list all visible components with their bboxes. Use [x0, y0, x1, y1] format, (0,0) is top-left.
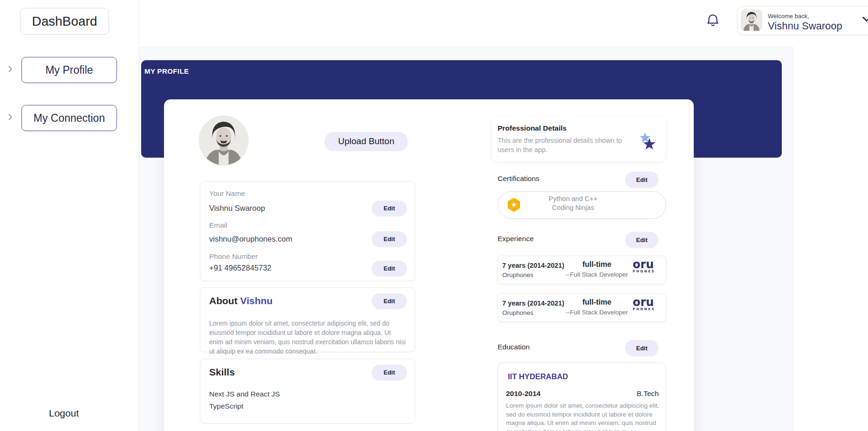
oruphones-logo-word: oru [633, 298, 655, 307]
certification-name: Python and C++ [522, 195, 624, 203]
avatar-photo [199, 116, 248, 165]
oruphones-logo-word: oru [633, 260, 655, 269]
edit-certifications-button[interactable]: Edit [625, 172, 658, 188]
education-school: IIT HYDERABAD [508, 372, 568, 381]
sidebar-title: DashBoard [20, 8, 109, 35]
about-heading: About Vishnu [209, 295, 273, 306]
edit-experience-button[interactable]: Edit [625, 232, 658, 248]
education-heading: Education [498, 343, 530, 351]
experience-company: Oruphones [502, 271, 533, 278]
edit-skills-button[interactable]: Edit [372, 365, 407, 380]
edit-education-button[interactable]: Edit [625, 340, 658, 356]
edit-name-button[interactable]: Edit [372, 201, 407, 216]
oruphones-logo-sub: PHONES [633, 307, 655, 311]
certification-text: Python and C++ Coding Ninjas [522, 195, 624, 212]
field-label-name: Your Name [209, 189, 245, 198]
profile-avatar [199, 116, 248, 165]
experience-role: --Full Stack Developer [550, 309, 643, 316]
skill-item: Next JS and React JS [209, 390, 280, 398]
skill-item: TypeScript [209, 402, 243, 410]
oruphones-logo: oru PHONES [633, 260, 655, 273]
bell-icon[interactable] [704, 12, 721, 30]
edit-email-button[interactable]: Edit [372, 231, 407, 247]
edit-phone-button[interactable]: Edit [372, 261, 407, 276]
field-label-phone: Phone Number [209, 252, 258, 261]
education-years: 2010-2014 [506, 389, 540, 398]
experience-company: Oruphones [502, 309, 533, 316]
chevron-right-icon [5, 112, 15, 122]
double-star-icon [637, 132, 658, 152]
page-title: MY PROFILE [144, 67, 189, 75]
chevron-right-icon [5, 64, 15, 74]
field-label-email: Email [209, 221, 227, 229]
header-avatar[interactable] [741, 9, 762, 31]
certification-issuer: Coding Ninjas [522, 203, 624, 212]
about-heading-name: Vishnu [240, 295, 273, 306]
experience-role: --Full Stack Developer [550, 271, 643, 278]
professional-details-description: This are the professional details shown … [498, 136, 629, 154]
certifications-heading: Certifications [498, 174, 540, 183]
field-value-phone: +91 49652845732 [209, 264, 272, 272]
chevron-down-icon[interactable] [860, 12, 868, 26]
oruphones-logo-sub: PHONES [633, 270, 655, 273]
professional-details-title: Professional Details [498, 124, 567, 132]
upload-button[interactable]: Upload Button [325, 132, 408, 151]
education-degree: B.Tech [596, 389, 659, 398]
header-username: Vishnu Swaroop [768, 20, 842, 32]
sidebar-item-my-profile[interactable]: My Profile [21, 57, 117, 83]
welcome-text: Welcome back, [768, 13, 809, 20]
logout-button[interactable]: Logout [49, 408, 79, 419]
edit-about-button[interactable]: Edit [372, 293, 407, 309]
oruphones-logo: oru PHONES [633, 298, 655, 311]
field-value-name: Vishnu Swaroop [209, 204, 265, 213]
field-value-email: vishnu@oruphones.com [209, 235, 292, 243]
experience-heading: Experience [498, 235, 534, 243]
skills-heading: Skills [209, 367, 235, 378]
about-heading-prefix: About [209, 295, 238, 306]
experience-type: full-time [550, 298, 643, 306]
education-text: Lorem ipsum dolor sit amet, consectetur … [506, 402, 661, 431]
badge-star-icon [506, 197, 522, 213]
sidebar-item-my-connection[interactable]: My Connection [21, 105, 117, 131]
about-text: Lorem ipsum dolor sit amet, consectetur … [209, 319, 407, 356]
experience-type: full-time [550, 260, 643, 269]
avatar-photo [741, 9, 762, 31]
